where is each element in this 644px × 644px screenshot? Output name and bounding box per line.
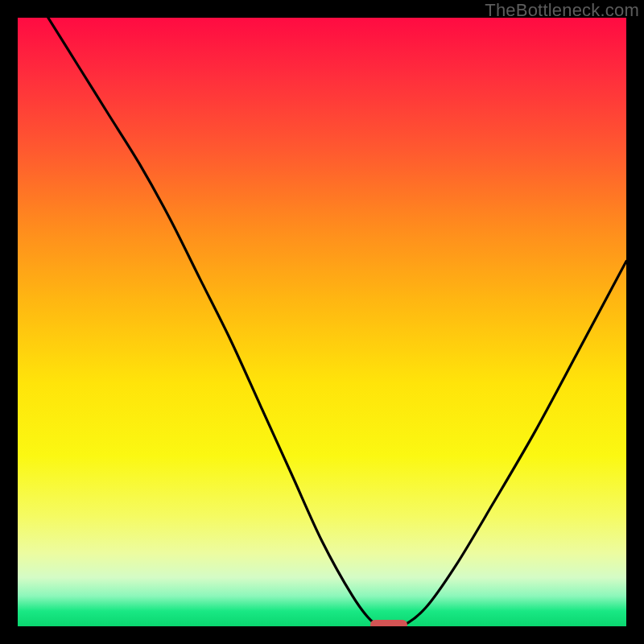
chart-frame: TheBottleneck.com xyxy=(0,0,644,644)
optimal-marker xyxy=(370,620,407,626)
plot-area xyxy=(18,18,626,626)
watermark-text: TheBottleneck.com xyxy=(485,0,639,21)
bottleneck-curve xyxy=(18,18,626,626)
